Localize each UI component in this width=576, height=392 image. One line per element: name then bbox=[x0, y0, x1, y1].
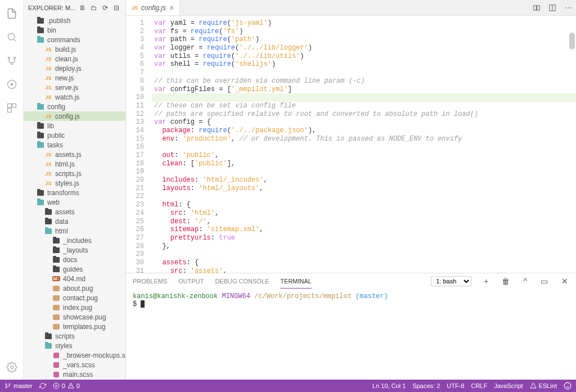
tab-output[interactable]: OUTPUT bbox=[178, 274, 204, 288]
tree-item[interactable]: web bbox=[24, 197, 125, 207]
new-file-icon[interactable]: 🗎 bbox=[78, 3, 87, 12]
terminal-body[interactable]: kanis@kanishk-zenbook MINGW64 /c/Work/pr… bbox=[126, 289, 576, 380]
refresh-icon[interactable]: ⟳ bbox=[101, 3, 110, 12]
tree-item[interactable]: commands bbox=[24, 35, 125, 44]
tree-item[interactable]: showcase.pug bbox=[24, 312, 125, 322]
tree-item[interactable]: JShtml.js bbox=[24, 159, 125, 169]
tab-config-js[interactable]: JS config.js × bbox=[126, 0, 180, 15]
new-folder-icon[interactable]: 🗀 bbox=[89, 3, 98, 12]
tree-item[interactable]: main.scss bbox=[24, 370, 125, 379]
collapse-all-icon[interactable]: ⊟ bbox=[112, 3, 121, 12]
svg-point-2 bbox=[14, 57, 15, 58]
status-problems[interactable]: 0 0 bbox=[53, 382, 80, 389]
tab-problems[interactable]: PROBLEMS bbox=[133, 274, 167, 288]
tree-item[interactable]: guides bbox=[24, 264, 125, 274]
tree-item-label: assets.js bbox=[55, 151, 82, 159]
terminal-select[interactable]: 1: bash bbox=[431, 276, 471, 286]
source-control-icon[interactable] bbox=[5, 54, 19, 67]
terminal-path: /c/Work/projects/mmpilot bbox=[254, 292, 352, 300]
terminal-user: kanis@kanishk-zenbook bbox=[133, 292, 218, 300]
tree-item-label: _includes bbox=[63, 237, 92, 245]
svg-rect-6 bbox=[7, 104, 11, 108]
search-icon[interactable] bbox=[5, 30, 19, 44]
tree-item[interactable]: assets bbox=[24, 207, 125, 217]
tree-item[interactable]: docs bbox=[24, 255, 125, 264]
tree-item-label: _browser-mockups.scss bbox=[63, 352, 125, 359]
tree-item[interactable]: styles bbox=[24, 341, 125, 350]
terminal-prompt: $ bbox=[133, 300, 137, 308]
tab-terminal[interactable]: TERMINAL bbox=[280, 274, 312, 289]
tree-item-label: clean.js bbox=[55, 55, 78, 63]
tree-item[interactable]: M↓404.md bbox=[24, 274, 125, 283]
tree-item[interactable]: index.pug bbox=[24, 303, 125, 312]
status-eol[interactable]: CRLF bbox=[471, 382, 487, 389]
tree-item[interactable]: JSnew.js bbox=[24, 73, 125, 83]
tab-bar: JS config.js × ⋯ bbox=[126, 0, 576, 16]
tree-item[interactable]: _browser-mockups.scss bbox=[24, 350, 125, 360]
tree-item[interactable]: JSconfig.js bbox=[24, 111, 125, 121]
tree-item[interactable]: JSbuild.js bbox=[24, 44, 125, 54]
kill-terminal-icon[interactable]: 🗑 bbox=[501, 277, 511, 286]
tab-debug-console[interactable]: DEBUG CONSOLE bbox=[215, 274, 269, 288]
explorer-icon[interactable] bbox=[5, 7, 19, 20]
panel-tabs: PROBLEMS OUTPUT DEBUG CONSOLE TERMINAL 1… bbox=[126, 273, 576, 289]
close-panel-icon[interactable]: ✕ bbox=[560, 277, 569, 286]
tree-item[interactable]: tasks bbox=[24, 140, 125, 150]
tree-item[interactable]: .publish bbox=[24, 16, 125, 25]
status-sync[interactable] bbox=[39, 382, 46, 389]
extensions-icon[interactable] bbox=[5, 101, 19, 115]
file-tree[interactable]: .publishbincommandsJSbuild.jsJSclean.jsJ… bbox=[24, 16, 125, 380]
status-branch[interactable]: master bbox=[4, 382, 33, 389]
tree-item[interactable]: about.pug bbox=[24, 283, 125, 293]
tree-item[interactable]: JSserve.js bbox=[24, 83, 125, 92]
tree-item[interactable]: scripts bbox=[24, 331, 125, 341]
tree-item[interactable]: JSassets.js bbox=[24, 150, 125, 159]
tree-item[interactable]: data bbox=[24, 217, 125, 226]
tree-item[interactable]: JSstyles.js bbox=[24, 178, 125, 188]
more-actions-icon[interactable]: ⋯ bbox=[560, 0, 576, 15]
split-editor-icon[interactable] bbox=[544, 0, 560, 15]
status-bar: master 0 0 Ln 10, Col 1 Spaces: 2 UTF-8 … bbox=[0, 380, 576, 392]
status-spaces[interactable]: Spaces: 2 bbox=[412, 382, 440, 389]
settings-gear-icon[interactable] bbox=[5, 361, 19, 374]
tree-item[interactable]: config bbox=[24, 102, 125, 111]
status-encoding[interactable]: UTF-8 bbox=[447, 382, 464, 389]
tree-item[interactable]: html bbox=[24, 226, 125, 236]
svg-point-0 bbox=[8, 33, 15, 40]
tree-item-label: bin bbox=[47, 26, 56, 34]
status-position[interactable]: Ln 10, Col 1 bbox=[372, 382, 406, 389]
tree-item[interactable]: JSclean.js bbox=[24, 54, 125, 64]
tree-item[interactable]: JSdeploy.js bbox=[24, 64, 125, 73]
tree-item[interactable]: _includes bbox=[24, 236, 125, 245]
editor-scrollbar[interactable] bbox=[569, 33, 575, 49]
svg-rect-8 bbox=[7, 109, 11, 112]
tree-item[interactable]: transforms bbox=[24, 188, 125, 197]
tree-item[interactable]: JSscripts.js bbox=[24, 169, 125, 178]
editor-body[interactable]: 1234567891011121314151617181920212223242… bbox=[126, 16, 576, 273]
tree-item-label: html bbox=[55, 227, 68, 235]
compare-icon[interactable] bbox=[529, 0, 544, 15]
tab-close-icon[interactable]: × bbox=[169, 3, 174, 12]
tree-item[interactable]: templates.pug bbox=[24, 322, 125, 331]
debug-icon[interactable] bbox=[5, 78, 19, 91]
tree-item[interactable]: lib bbox=[24, 121, 125, 130]
tree-item[interactable]: JSwatch.js bbox=[24, 92, 125, 102]
panel-split-icon[interactable]: ▭ bbox=[539, 277, 549, 286]
tree-item-label: styles.js bbox=[55, 179, 79, 187]
tree-item[interactable]: public bbox=[24, 130, 125, 140]
maximize-panel-icon[interactable]: ^ bbox=[522, 277, 528, 286]
tree-item[interactable]: contact.pug bbox=[24, 293, 125, 303]
tree-item[interactable]: _layouts bbox=[24, 245, 125, 255]
activity-bar bbox=[0, 0, 24, 380]
tree-item-label: build.js bbox=[55, 46, 76, 53]
status-eslint[interactable]: ESLint bbox=[530, 382, 557, 389]
tree-item[interactable]: _vars.scss bbox=[24, 360, 125, 370]
new-terminal-icon[interactable]: + bbox=[483, 277, 489, 286]
code-content[interactable]: var yaml = require('js-yaml')var fs = re… bbox=[152, 16, 576, 273]
tree-item-label: _layouts bbox=[63, 246, 88, 254]
tree-item[interactable]: bin bbox=[24, 25, 125, 35]
svg-point-15 bbox=[9, 384, 10, 385]
status-language[interactable]: JavaScript bbox=[494, 382, 523, 389]
status-feedback-icon[interactable] bbox=[564, 382, 572, 390]
svg-point-16 bbox=[6, 387, 7, 388]
